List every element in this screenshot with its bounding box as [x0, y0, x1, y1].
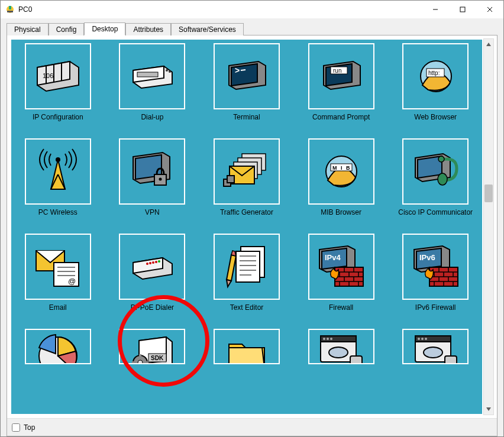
app-partial-3[interactable]: [205, 329, 289, 364]
app-email[interactable]: @ Email: [16, 234, 100, 312]
mib-icon: M I B: [308, 138, 374, 205]
dialup-icon: [119, 43, 185, 109]
top-checkbox[interactable]: [12, 423, 20, 432]
svg-rect-109: [132, 361, 135, 364]
tab-attributes[interactable]: Attributes: [125, 23, 171, 35]
app-label: VPN: [145, 208, 160, 217]
svg-point-116: [329, 347, 348, 358]
app-pc-wireless[interactable]: PC Wireless: [16, 138, 100, 217]
svg-point-57: [155, 261, 157, 263]
svg-point-58: [158, 260, 160, 263]
svg-rect-4: [460, 7, 465, 12]
ip-config-icon: 106: [25, 43, 91, 109]
svg-point-45: [438, 156, 444, 162]
svg-text:>: >: [235, 66, 240, 75]
svg-rect-1: [9, 6, 11, 9]
browser-http-text: http:: [428, 70, 440, 76]
close-button[interactable]: [476, 1, 503, 18]
app-dialup[interactable]: Dial-up: [111, 43, 195, 122]
svg-rect-124: [445, 356, 457, 364]
firewall6-badge: IPv6: [419, 253, 435, 262]
folder-icon: [214, 329, 280, 364]
app-command-prompt[interactable]: run Command Prompt: [299, 43, 383, 122]
sdk-icon: SDK: [119, 329, 185, 364]
piechart-icon: [25, 329, 91, 364]
app-traffic-generator[interactable]: Traffic Generator: [205, 138, 289, 217]
app-label: Command Prompt: [312, 113, 370, 122]
bottom-bar: Top: [7, 418, 497, 436]
svg-rect-2: [7, 11, 13, 12]
svg-point-106: [138, 360, 143, 364]
svg-point-44: [438, 173, 447, 185]
svg-point-115: [330, 338, 332, 340]
app-partial-4[interactable]: [299, 329, 383, 364]
titlebar: PC0: [1, 1, 503, 18]
scroll-track[interactable]: [484, 50, 493, 404]
desktop-area: 106 IP Configuration: [10, 38, 483, 415]
app-vpn[interactable]: VPN: [111, 138, 195, 217]
app-pppoe-dialer[interactable]: PPPoE Dialer: [111, 234, 195, 312]
app-label: PPPoE Dialer: [131, 303, 174, 312]
app-firewall[interactable]: IPv4: [299, 234, 383, 312]
app-label: Firewall: [329, 303, 353, 312]
app-ipv6-firewall[interactable]: IPv6: [393, 234, 477, 312]
app-label: Terminal: [233, 113, 260, 122]
scroll-up-arrow-icon[interactable]: [484, 39, 493, 50]
app-label: IPv6 Firewall: [415, 303, 456, 312]
svg-point-33: [159, 177, 162, 180]
scroll-thumb[interactable]: [484, 184, 493, 202]
sdk-text: SDK: [151, 355, 164, 361]
desktop-wrap: 106 IP Configuration: [7, 35, 497, 418]
app-mib-browser[interactable]: M I B MIB Browser: [299, 138, 383, 217]
vertical-scrollbar[interactable]: [483, 38, 494, 415]
app-label: Email: [49, 303, 67, 312]
app-window: PC0 Physical Config Desktop Attributes S…: [0, 0, 504, 437]
tab-physical[interactable]: Physical: [7, 23, 49, 35]
svg-point-29: [56, 157, 60, 162]
client-area: Physical Config Desktop Attributes Softw…: [1, 18, 503, 436]
app-ip-configuration[interactable]: 106 IP Configuration: [16, 43, 100, 122]
traffic-icon: [214, 138, 280, 205]
svg-point-122: [425, 338, 427, 340]
svg-marker-67: [227, 280, 231, 287]
app-label: Dial-up: [141, 113, 163, 122]
svg-rect-117: [350, 356, 362, 364]
pppoe-icon: [119, 234, 185, 300]
svg-point-113: [323, 338, 325, 340]
svg-marker-66: [227, 255, 236, 281]
minimize-button[interactable]: [422, 1, 449, 18]
mib-text: M I B: [332, 165, 351, 171]
vpn-icon: [119, 138, 185, 205]
cmd-run-text: run: [333, 67, 341, 74]
tab-panel: 106 IP Configuration: [7, 35, 497, 436]
svg-text:@: @: [68, 277, 76, 286]
app-icon: [5, 5, 15, 14]
app-label: Text Editor: [230, 303, 264, 312]
app-web-browser[interactable]: http: Web Browser: [393, 43, 477, 122]
tab-config[interactable]: Config: [49, 23, 85, 35]
tab-software-services[interactable]: Software/Services: [171, 23, 244, 35]
app-partial-1[interactable]: [16, 329, 100, 364]
app-partial-2[interactable]: SDK: [111, 329, 195, 364]
app-terminal[interactable]: > Terminal: [205, 43, 289, 122]
svg-point-120: [418, 338, 420, 340]
app-text-editor[interactable]: Text Editor: [205, 234, 289, 312]
app-cisco-ip-communicator[interactable]: Cisco IP Communicator: [393, 138, 477, 217]
maximize-button[interactable]: [449, 1, 476, 18]
browser-icon: http:: [402, 43, 469, 109]
cloud-pc2-icon: [402, 329, 469, 364]
svg-line-20: [241, 70, 245, 70]
cmd-icon: run: [308, 43, 374, 109]
svg-point-55: [149, 262, 151, 264]
app-partial-5[interactable]: [393, 329, 477, 364]
firewall4-badge: IPv4: [325, 253, 341, 262]
tab-desktop[interactable]: Desktop: [84, 22, 125, 35]
svg-marker-68: [231, 251, 236, 256]
window-title: PC0: [18, 5, 422, 14]
scroll-down-arrow-icon[interactable]: [484, 404, 493, 415]
app-label: Traffic Generator: [220, 208, 273, 217]
svg-marker-125: [486, 43, 491, 46]
app-grid: 106 IP Configuration: [14, 41, 480, 367]
app-label: Web Browser: [414, 113, 457, 122]
firewall-icon: IPv4: [308, 234, 374, 300]
